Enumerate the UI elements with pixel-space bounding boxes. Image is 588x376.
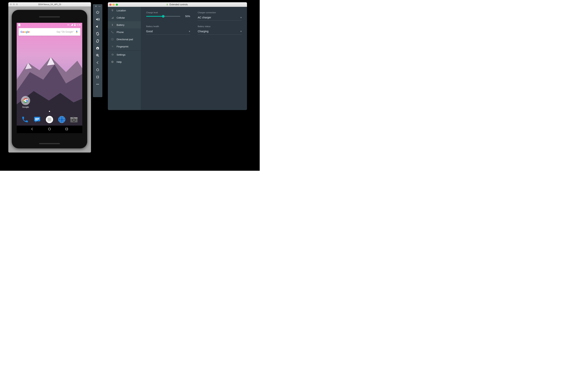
traffic-light-minimize[interactable] [113, 4, 115, 6]
camera-icon[interactable] [94, 45, 101, 52]
phone-frame: 3G 5:35 Google Say " [12, 10, 87, 148]
svg-point-22 [49, 120, 50, 121]
sidebar-item-dpad[interactable]: Directional pad [108, 36, 141, 43]
battery-title-icon [166, 3, 168, 6]
sidebar-item-phone[interactable]: Phone [108, 28, 141, 36]
svg-rect-45 [167, 4, 168, 6]
svg-point-42 [96, 84, 97, 85]
svg-point-19 [49, 119, 50, 120]
volume-down-icon[interactable] [94, 23, 101, 30]
svg-rect-41 [97, 76, 99, 78]
svg-point-18 [48, 119, 49, 120]
apps-drawer-icon[interactable] [45, 116, 53, 123]
nav-overview-icon[interactable] [65, 127, 68, 131]
extended-titlebar[interactable]: Extended controls [108, 2, 247, 7]
sidebar-item-location[interactable]: Location [108, 7, 141, 14]
search-hint: Say "Ok Google" [30, 31, 75, 33]
phone-screen[interactable]: 3G 5:35 Google Say " [17, 23, 82, 133]
volume-up-icon[interactable] [94, 16, 101, 23]
traffic-light-minimize[interactable] [13, 3, 15, 5]
battery-health-field: Battery health Good ▾ [146, 25, 190, 34]
sidebar-item-cellular[interactable]: Cellular [108, 14, 141, 21]
svg-point-43 [97, 84, 98, 85]
fingerprint-icon [111, 45, 114, 48]
battery-status-value: Charging [198, 30, 209, 33]
battery-health-select[interactable]: Good ▾ [146, 29, 190, 34]
cellular-icon [111, 16, 114, 19]
google-search-bar[interactable]: Google Say "Ok Google" [19, 28, 80, 36]
charge-level-slider[interactable] [146, 16, 180, 17]
battery-health-value: Good [146, 30, 153, 33]
browser-app-icon[interactable] [58, 116, 66, 123]
nav-back-icon[interactable] [31, 127, 34, 131]
microphone-icon[interactable] [75, 30, 78, 33]
toolbar-window-controls: ✕ — [95, 5, 100, 7]
emulator-window-title: 5554:Nexus_5X_API_23 [19, 3, 80, 6]
charger-connection-field: Charger connection AC charger ▾ [198, 11, 242, 21]
dock [17, 114, 82, 125]
google-folder[interactable]: Google [21, 96, 31, 108]
sidebar-label: Help [116, 61, 122, 63]
zoom-icon[interactable] [94, 52, 101, 59]
svg-point-40 [96, 69, 99, 71]
sidebar-label: Cellular [116, 16, 125, 19]
sidebar-label: Fingerprint [116, 45, 128, 48]
phone-app-icon[interactable] [21, 116, 29, 123]
rotate-right-icon[interactable] [94, 38, 101, 44]
svg-point-38 [97, 48, 98, 49]
phone-bottom-speaker [39, 143, 60, 144]
google-logo: Google [21, 30, 30, 33]
svg-marker-10 [35, 121, 37, 123]
svg-rect-35 [66, 128, 68, 130]
battery-health-label: Battery health [146, 25, 190, 28]
traffic-light-close[interactable] [10, 3, 12, 5]
window-controls [10, 3, 18, 5]
charge-level-value: 50% [183, 15, 190, 18]
traffic-lights [109, 4, 118, 6]
svg-rect-47 [112, 24, 113, 26]
help-icon: ? [111, 60, 114, 63]
svg-rect-30 [73, 117, 74, 118]
sidebar-item-help[interactable]: ? Help [108, 58, 141, 65]
sidebar-item-battery[interactable]: Battery [108, 21, 141, 28]
more-icon[interactable] [94, 81, 101, 88]
android-navbar [17, 126, 82, 133]
charger-connection-select[interactable]: AC charger ▾ [198, 15, 242, 21]
svg-rect-11 [35, 118, 39, 118]
charger-connection-value: AC charger [198, 16, 211, 19]
back-icon[interactable] [94, 59, 101, 66]
extended-sidebar: Location Cellular Battery Phone Directio… [108, 7, 141, 110]
overview-icon[interactable] [94, 74, 101, 80]
messages-app-icon[interactable] [33, 116, 41, 123]
chevron-down-icon: ▾ [240, 16, 242, 19]
svg-text:?: ? [112, 61, 113, 63]
emulator-titlebar[interactable]: 5554:Nexus_5X_API_23 [8, 2, 91, 6]
toolbar-minimize-icon[interactable]: — [98, 5, 100, 7]
power-icon[interactable] [94, 9, 101, 16]
page-indicator [49, 111, 50, 112]
sidebar-item-fingerprint[interactable]: Fingerprint [108, 43, 141, 50]
traffic-light-zoom[interactable] [16, 3, 18, 5]
stage: 5554:Nexus_5X_API_23 [0, 0, 260, 171]
camera-app-icon[interactable] [70, 116, 78, 123]
battery-icon [111, 23, 114, 26]
battery-panel: Charge level 50% Charger connection AC c… [141, 7, 247, 110]
traffic-light-close[interactable] [109, 4, 111, 6]
battery-status-icon [74, 23, 76, 26]
sim-card-icon [18, 23, 21, 27]
sidebar-label: Battery [116, 23, 124, 26]
emulator-body: 3G 5:35 Google Say " [8, 6, 91, 152]
home-icon[interactable] [94, 66, 101, 73]
svg-rect-36 [96, 32, 99, 35]
traffic-light-zoom[interactable] [116, 4, 118, 6]
rotate-left-icon[interactable] [94, 30, 101, 37]
battery-status-select[interactable]: Charging ▾ [198, 29, 242, 34]
svg-rect-46 [167, 4, 167, 4]
toolbar-close-icon[interactable]: ✕ [95, 5, 97, 7]
nav-home-icon[interactable] [48, 127, 51, 131]
svg-point-20 [50, 119, 51, 120]
charge-level-field: Charge level 50% [146, 11, 190, 21]
svg-point-21 [48, 120, 49, 121]
sidebar-item-settings[interactable]: Settings [108, 51, 141, 58]
svg-point-17 [50, 118, 51, 118]
